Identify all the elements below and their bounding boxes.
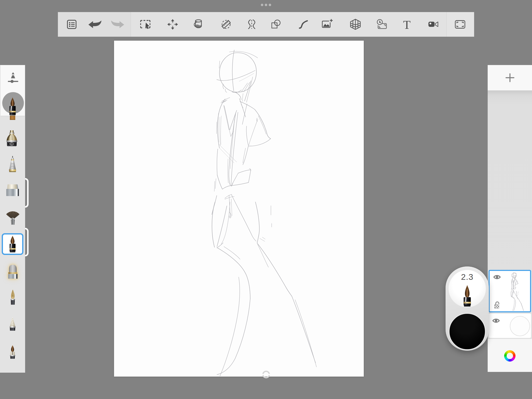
tool-round-brush[interactable] bbox=[9, 97, 16, 122]
color-swatch-black[interactable] bbox=[449, 313, 486, 350]
watercolor-brush-image bbox=[9, 235, 16, 253]
flat-brush-image bbox=[7, 264, 18, 279]
brush-size-icon bbox=[7, 72, 19, 85]
pastel-image bbox=[9, 317, 16, 331]
menu-button[interactable] bbox=[60, 12, 83, 37]
layers-panel bbox=[488, 65, 532, 372]
text-tool-button[interactable]: T bbox=[396, 12, 418, 37]
timelapse-button[interactable] bbox=[370, 12, 393, 37]
layer-color-blob bbox=[510, 316, 530, 336]
drawing-canvas[interactable] bbox=[114, 41, 364, 377]
undo-icon bbox=[88, 18, 101, 30]
tool-pastel[interactable] bbox=[9, 317, 16, 332]
warp-icon bbox=[246, 18, 258, 30]
brush-settings-pill: 2.3 bbox=[446, 266, 489, 351]
brush-size-value: 2.3 bbox=[449, 272, 486, 282]
sync-spinner-icon bbox=[262, 370, 271, 379]
detail-brush-image bbox=[9, 345, 16, 359]
brush-size-tool[interactable] bbox=[7, 72, 19, 86]
fullscreen-button[interactable] bbox=[449, 12, 471, 37]
fullscreen-icon bbox=[454, 18, 466, 30]
tool-flat-brush[interactable] bbox=[7, 264, 18, 280]
timelapse-icon bbox=[376, 18, 388, 30]
toolbar-separator bbox=[131, 12, 131, 37]
stroke-tool-button[interactable] bbox=[292, 12, 315, 37]
fill-tool-button[interactable] bbox=[187, 12, 210, 37]
menu-list-icon bbox=[66, 19, 77, 30]
paint-bucket-icon bbox=[192, 18, 205, 31]
eraser-image bbox=[5, 184, 20, 197]
add-layer-button[interactable] bbox=[488, 65, 532, 90]
ruler-tool-button[interactable] bbox=[215, 12, 237, 37]
handle-dot bbox=[265, 4, 267, 6]
toolbar: T bbox=[58, 12, 474, 37]
technical-pen-image bbox=[8, 156, 17, 172]
tool-fountain-pen[interactable] bbox=[10, 289, 16, 306]
move-arrows-icon bbox=[167, 18, 179, 30]
video-camera-icon bbox=[428, 18, 439, 30]
round-brush-image bbox=[9, 97, 16, 121]
ruler-icon bbox=[220, 18, 232, 31]
airbrush-image bbox=[5, 130, 18, 147]
import-image-button[interactable] bbox=[316, 12, 338, 37]
color-wheel-button[interactable] bbox=[504, 350, 515, 362]
sketch-drawing bbox=[114, 41, 364, 377]
undo-button[interactable] bbox=[83, 12, 106, 37]
curve-icon bbox=[297, 18, 309, 30]
layer-item-sketch[interactable] bbox=[489, 270, 531, 312]
tool-detail-brush[interactable] bbox=[9, 345, 16, 360]
brush-size-indicator[interactable]: 2.3 bbox=[449, 270, 486, 307]
handle-dot bbox=[261, 4, 263, 6]
handle-dot bbox=[269, 4, 271, 6]
perspective-grid-icon bbox=[349, 18, 362, 31]
plus-icon bbox=[505, 73, 515, 82]
redo-icon bbox=[111, 18, 125, 30]
fan-brush-image bbox=[5, 211, 21, 225]
layer-thumbnail bbox=[499, 271, 530, 311]
perspective-tool-button[interactable] bbox=[344, 12, 367, 37]
shapes-icon bbox=[270, 18, 282, 30]
shapes-tool-button[interactable] bbox=[265, 12, 287, 37]
layer-thumbnail-sketch bbox=[499, 271, 530, 311]
svg-text:T: T bbox=[403, 18, 411, 30]
tool-fan-brush[interactable] bbox=[5, 211, 21, 226]
distort-tool-button[interactable] bbox=[240, 12, 263, 37]
pill-brush-image bbox=[463, 285, 471, 307]
tool-eraser[interactable] bbox=[5, 184, 20, 198]
layer-item-background[interactable] bbox=[489, 314, 531, 338]
redo-button[interactable] bbox=[106, 12, 129, 37]
brush-sidebar bbox=[0, 65, 25, 373]
record-button[interactable] bbox=[422, 12, 445, 37]
toolbar-separator bbox=[446, 12, 447, 37]
tool-watercolor-brush[interactable] bbox=[2, 233, 23, 255]
text-icon: T bbox=[401, 18, 413, 30]
tool-airbrush[interactable] bbox=[5, 130, 18, 148]
transform-tool-button[interactable] bbox=[161, 12, 184, 37]
select-tool-button[interactable] bbox=[134, 12, 157, 37]
tool-technical-pen[interactable] bbox=[8, 156, 17, 173]
layers-bottom-section bbox=[488, 339, 532, 372]
fountain-pen-image bbox=[10, 289, 16, 305]
add-image-icon bbox=[321, 18, 333, 30]
layer-visibility-eye-icon[interactable] bbox=[492, 318, 500, 324]
select-icon bbox=[140, 18, 151, 30]
